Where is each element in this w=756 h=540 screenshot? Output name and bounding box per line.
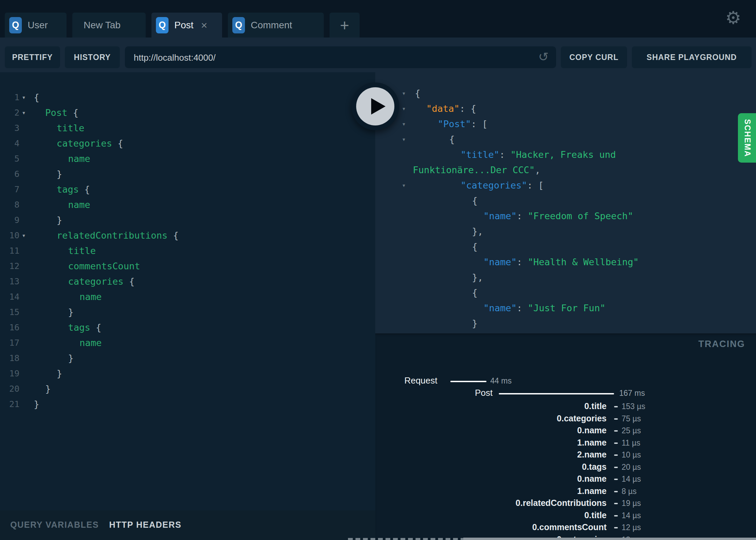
code-token: } [57, 215, 62, 225]
fold-arrow-icon[interactable]: ▾ [402, 132, 406, 147]
line-number: 18 [0, 350, 19, 366]
code-token: } [57, 169, 62, 179]
editor-line: 2▾Post { [0, 105, 375, 120]
editor-line: 6} [0, 166, 375, 182]
response-line: { [375, 285, 756, 300]
editor-line: 4categories { [0, 136, 375, 151]
tracing-field-dash [614, 491, 618, 492]
graphql-playground-window: QUserNew TabQPost×QComment + ⚙ PRETTIFY … [0, 0, 756, 540]
tracing-field-dash [614, 527, 618, 528]
code-token: "Freedom of Speech" [528, 211, 633, 221]
code-text: commentsCount [68, 258, 140, 274]
editor-line: 3title [0, 120, 375, 136]
fold-arrow-icon[interactable]: ▾ [22, 228, 26, 243]
line-number: 15 [0, 304, 19, 320]
endpoint-url-input[interactable] [133, 46, 527, 69]
code-text: Funktionäre...Der CCC", [413, 162, 540, 178]
response-line: Funktionäre...Der CCC", [375, 162, 756, 178]
share-playground-button[interactable]: SHARE PLAYGROUND [632, 46, 752, 68]
tab-user[interactable]: QUser [5, 13, 67, 38]
code-token: }, [472, 226, 483, 237]
tab-new-tab[interactable]: New Tab [72, 13, 146, 38]
code-text: } [57, 212, 62, 228]
fold-arrow-icon[interactable]: ▾ [22, 90, 26, 105]
response-line: ▾"data": { [375, 101, 756, 116]
code-token: relatedContributions [57, 230, 168, 241]
tracing-field-value: 14 µs [622, 475, 641, 484]
code-token: { [472, 195, 478, 206]
query-badge-icon: Q [9, 17, 22, 33]
tracing-span-label: Request [375, 375, 437, 386]
reload-schema-icon[interactable]: ↺ [538, 50, 549, 64]
code-token: categories [68, 276, 124, 287]
code-text: { [415, 86, 420, 101]
editor-line: 19} [0, 366, 375, 381]
line-number: 5 [0, 151, 19, 166]
fold-arrow-icon[interactable]: ▾ [402, 116, 406, 132]
response-line: "name": "Just For Fun" [375, 300, 756, 316]
settings-gear-icon[interactable]: ⚙ [725, 7, 741, 28]
code-text: categories { [68, 274, 135, 289]
tracing-field-dash [614, 479, 618, 480]
code-token: title [57, 123, 84, 133]
response-line: ] [375, 331, 756, 334]
query-variables-tab[interactable]: QUERY VARIABLES [10, 520, 99, 530]
code-text: } [45, 381, 51, 396]
code-token: : [517, 303, 528, 313]
line-number: 7 [0, 182, 19, 197]
copy-curl-button[interactable]: COPY CURL [561, 46, 627, 68]
tracing-scrollbar[interactable] [463, 538, 756, 540]
fold-arrow-icon[interactable]: ▾ [22, 105, 26, 120]
tracing-field-value: 19 µs [622, 499, 641, 508]
code-token: { [79, 184, 90, 195]
http-headers-tab[interactable]: HTTP HEADERS [109, 520, 181, 530]
code-token: { [34, 92, 39, 103]
tracing-field-value: 8 µs [622, 487, 637, 496]
toolbar: PRETTIFY HISTORY ↺ COPY CURL SHARE PLAYG… [0, 38, 756, 72]
code-token: : [ [471, 119, 488, 129]
line-number: 4 [0, 136, 19, 151]
editor-bottom-bar: QUERY VARIABLES HTTP HEADERS [0, 510, 375, 540]
code-token: "Health & Wellbeing" [528, 257, 639, 267]
fold-arrow-icon[interactable]: ▾ [402, 178, 406, 193]
new-tab-button[interactable]: + [330, 13, 360, 38]
fold-arrow-icon[interactable]: ▾ [402, 101, 406, 116]
code-text: { [472, 193, 478, 208]
query-editor[interactable]: 1▾{2▾Post {3title4categories {5name6}7ta… [0, 72, 375, 510]
close-tab-icon[interactable]: × [201, 20, 207, 31]
editor-line: 1▾{ [0, 90, 375, 105]
tracing-field-value: 25 µs [622, 426, 641, 435]
code-text: "name": "Freedom of Speech" [483, 208, 633, 224]
code-text: "name": "Health & Wellbeing" [483, 254, 639, 270]
code-token: tags [68, 322, 90, 333]
editor-line: 9} [0, 212, 375, 228]
tracing-field-dash [614, 430, 618, 432]
tracing-panel: TRACING Request44 msPost167 ms0.title153… [375, 333, 756, 540]
tracing-field-dash [614, 467, 618, 468]
code-token: tags [57, 184, 79, 195]
tracing-field-value: 14 µs [622, 511, 641, 520]
code-token: { [68, 107, 79, 118]
tab-post[interactable]: QPost× [151, 13, 222, 38]
editor-line: 5name [0, 151, 375, 166]
code-token: Funktionäre...Der CCC" [413, 165, 535, 175]
tracing-span-value: 167 ms [619, 389, 645, 398]
tab-comment[interactable]: QComment [228, 13, 324, 38]
code-token: "name" [483, 257, 517, 267]
code-text: name [68, 151, 90, 166]
response-line: ▾"Post": [ [375, 116, 756, 132]
history-button[interactable]: HISTORY [65, 46, 120, 68]
code-text: "title": "Hacker, Freaks und [461, 147, 616, 162]
fold-arrow-icon[interactable]: ▾ [402, 86, 406, 101]
editor-line: 11title [0, 243, 375, 258]
execute-button[interactable] [351, 82, 399, 130]
tracing-field-label: 0.name [375, 474, 607, 484]
code-text: "Post": [ [438, 116, 488, 132]
prettify-button[interactable]: PRETTIFY [5, 46, 60, 68]
response-line: "name": "Health & Wellbeing" [375, 254, 756, 270]
response-line: }, [375, 270, 756, 285]
tracing-field-label: 0.commentsCount [375, 522, 607, 532]
code-text: }, [472, 270, 483, 285]
schema-tab-button[interactable]: SCHEMA [738, 113, 756, 163]
code-token: "data" [426, 103, 460, 114]
